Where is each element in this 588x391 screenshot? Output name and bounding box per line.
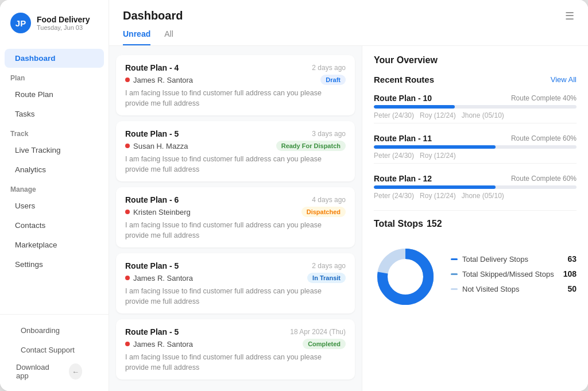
message-body: I am facing Issue to find customer full … [125,154,346,175]
donut-chart [374,245,437,308]
total-stops-section: Total Stops 152 [374,219,577,308]
message-route-name: Route Plan - 4 [125,63,179,72]
divider [374,210,577,211]
sidebar-bottom: Onboarding Contact Support Download app … [0,314,109,391]
legend-left: Total Delivery Stops [451,255,528,264]
legend-color-dot [451,258,458,260]
sidebar-item-marketplace[interactable]: Marketplace [5,235,104,254]
stops-content: Total Delivery Stops 63 Total Skipped/Mi… [374,245,577,308]
overview-panel: Your Overview Recent Routes View All Rou… [362,46,588,391]
message-body: I am facing Issue to find customer full … [125,353,346,373]
sidebar-item-settings[interactable]: Settings [5,255,104,274]
route-status: Route Complete 60% [511,134,577,142]
filter-icon[interactable]: ☰ [565,10,574,22]
message-card[interactable]: Route Plan - 5 18 Apr 2024 (Thu) James R… [116,319,355,380]
view-all-link[interactable]: View All [551,75,577,84]
header-top: Dashboard ☰ [123,9,574,22]
stops-legend: Total Delivery Stops 63 Total Skipped/Mi… [451,254,577,299]
legend-item: Total Skipped/Missed Stops 108 [451,269,577,278]
route-drivers: Peter (24/30)Roy (12/24)Jhone (05/10) [374,111,577,119]
driver-label: Jhone (05/10) [462,111,504,119]
brand-avatar: JP [10,13,31,33]
legend-color-dot [451,273,458,275]
sidebar-item-route-plan[interactable]: Route Plan [5,85,104,104]
sidebar-item-onboarding[interactable]: Onboarding [10,321,98,340]
status-badge: In Transit [307,273,346,283]
sidebar-item-users[interactable]: Users [5,196,104,215]
message-time: 4 days ago [312,196,346,204]
sidebar-item-contact-support[interactable]: Contact Support [10,340,98,359]
message-time: 2 days ago [312,64,346,72]
message-body: I am facing Issue to find customer full … [125,220,346,241]
message-route-name: Route Plan - 5 [125,327,179,336]
route-drivers: Peter (24/30)Roy (12/24)Jhone (05/10) [374,192,577,200]
app-container: JP Food Delivery Tuesday, Jun 03 Dashboa… [0,0,588,391]
route-drivers: Peter (24/30)Roy (12/24) [374,152,577,160]
tab-unread[interactable]: Unread [123,29,150,45]
progress-bar [374,105,577,109]
progress-bar [374,185,577,189]
content-area: Route Plan - 4 2 days ago James R. Santo… [109,46,588,391]
main-content: Dashboard ☰ Unread All Route Plan - 4 2 … [109,0,588,391]
legend-value: 50 [567,284,577,293]
brand-info: Food Delivery Tuesday, Jun 03 [37,15,90,32]
total-stops-value: 152 [427,219,442,229]
message-card[interactable]: Route Plan - 6 4 days ago Kristen Steinb… [116,187,355,247]
legend-value: 63 [567,254,577,264]
status-badge: Draft [320,75,346,85]
status-badge: Ready For Dispatch [276,141,346,151]
message-time: 18 Apr 2024 (Thu) [290,328,346,336]
legend-left: Not Visited Stops [451,285,519,293]
driver-label: Roy (12/24) [420,192,456,200]
message-card[interactable]: Route Plan - 5 2 days ago James R. Santo… [116,253,355,313]
driver-label: Jhone (05/10) [462,192,504,200]
status-badge: Dispatched [301,207,346,217]
sidebar-item-contacts[interactable]: Contacts [5,216,104,235]
message-body: I am facing Issue to find customer full … [125,287,346,307]
progress-fill [374,105,455,109]
sidebar-item-tasks[interactable]: Tasks [5,104,104,123]
sidebar-section-manage: Manage [0,180,109,196]
progress-fill [374,185,496,189]
recent-routes-header: Recent Routes View All [374,75,577,84]
message-time: 3 days ago [312,130,346,138]
route-card: Route Plan - 10 Route Complete 40% Peter… [374,94,577,123]
legend-label: Total Skipped/Missed Stops [462,270,554,278]
driver-label: Roy (12/24) [420,111,456,119]
route-name: Route Plan - 10 [374,94,432,103]
route-status: Route Complete 60% [511,175,577,183]
message-driver: James R. Santora [125,274,193,282]
driver-status-dot [125,144,130,148]
header: Dashboard ☰ Unread All [109,0,588,46]
message-card[interactable]: Route Plan - 4 2 days ago James R. Santo… [116,55,355,115]
legend-item: Not Visited Stops 50 [451,284,577,293]
sidebar-item-analytics[interactable]: Analytics [5,160,104,179]
message-body: I am facing Issue to find customer full … [125,88,346,109]
driver-status-dot [125,342,130,346]
legend-color-dot [451,288,458,290]
recent-routes-title: Recent Routes [374,75,434,84]
sidebar-item-dashboard[interactable]: Dashboard [5,49,104,68]
message-route-name: Route Plan - 5 [125,261,179,270]
sidebar-section-track: Track [0,124,109,140]
message-route-name: Route Plan - 6 [125,195,179,204]
legend-value: 108 [563,269,577,278]
driver-label: Peter (24/30) [374,152,414,160]
message-card[interactable]: Route Plan - 5 3 days ago Susan H. Mazza… [116,121,355,181]
brand-area: JP Food Delivery Tuesday, Jun 03 [0,0,109,44]
messages-panel: Route Plan - 4 2 days ago James R. Santo… [109,46,362,391]
collapse-sidebar-button[interactable]: ← [69,363,82,380]
page-title: Dashboard [123,9,183,22]
message-driver: Kristen Steinberg [125,208,191,216]
sidebar-item-live-tracking[interactable]: Live Tracking [5,141,104,160]
tab-all[interactable]: All [164,29,173,45]
routes-list: Route Plan - 10 Route Complete 40% Peter… [374,94,577,200]
svg-point-4 [389,261,421,293]
status-badge: Completed [303,339,346,349]
overview-header: Your Overview [374,55,577,65]
brand-date: Tuesday, Jun 03 [37,24,90,31]
message-driver: James R. Santora [125,340,193,349]
driver-status-dot [125,276,130,280]
message-time: 2 days ago [312,262,346,270]
overview-title: Your Overview [374,55,438,65]
